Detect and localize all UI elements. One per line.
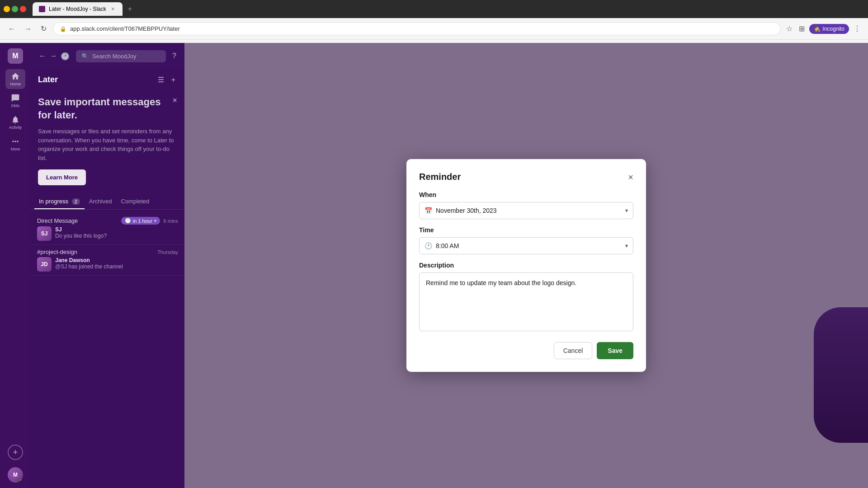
when-label: When	[419, 191, 633, 198]
browser-toolbar: ← → ↻ 🔒 ☆ ⊞ 🕵 Incognito ⋮	[0, 18, 868, 40]
list-item[interactable]: #project-design Thursday JD Jane Dawson …	[31, 245, 184, 276]
refresh-button[interactable]: ↻	[38, 23, 49, 35]
message-channel: Direct Message	[37, 217, 78, 224]
message-sender: SJ	[55, 226, 178, 233]
sidebar-item-more[interactable]: More	[5, 134, 25, 154]
url-input[interactable]	[70, 25, 774, 32]
message-tag: 🕐 in 1 hour ▾	[121, 217, 160, 225]
save-button[interactable]: Save	[597, 342, 633, 359]
message-time: 6 mins	[164, 218, 178, 224]
sidebar-back-button[interactable]: ←	[37, 50, 48, 62]
description-textarea[interactable]: Remind me to update my team about the lo…	[419, 272, 633, 331]
tab-completed[interactable]: Completed	[116, 194, 154, 209]
close-window-button[interactable]	[20, 6, 26, 12]
message-sender: Jane Dawson	[55, 257, 178, 263]
tag-close-icon: ▾	[154, 218, 156, 223]
empty-state-heading: Save important messages for later.	[38, 96, 177, 122]
list-item[interactable]: Direct Message 🕐 in 1 hour ▾ 6 mins SJ	[31, 213, 184, 245]
tab-title: Later - MoodJoy - Slack	[49, 6, 106, 12]
reminder-modal: Reminder × When 📅 November 30th, 2023 De…	[406, 159, 646, 372]
description-label: Description	[419, 262, 633, 269]
search-bar: ← → 🕐 🔍 Search MoodJoy ?	[31, 43, 184, 69]
panel-title: Later	[38, 75, 58, 84]
time-select-wrapper: 🕐 8:00 AM 9:00 AM 10:00 AM 12:00 PM ▾	[419, 237, 633, 254]
message-text: @SJ has joined the channel	[55, 263, 178, 270]
tab-close-button[interactable]: ×	[110, 6, 116, 12]
message-content: Jane Dawson @SJ has joined the channel	[55, 257, 178, 270]
message-header: Direct Message 🕐 in 1 hour ▾ 6 mins	[37, 217, 178, 225]
learn-more-button[interactable]: Learn More	[38, 169, 86, 185]
activity-label: Activity	[9, 125, 22, 130]
cancel-button[interactable]: Cancel	[554, 342, 593, 359]
lock-icon: 🔒	[60, 26, 66, 32]
date-select[interactable]: November 30th, 2023 December 1st, 2023 D…	[419, 202, 633, 219]
tab-archived[interactable]: Archived	[85, 194, 117, 209]
app-container: M Home DMs Activity More + M ← →	[0, 43, 868, 488]
main-content: Reminder × When 📅 November 30th, 2023 De…	[184, 43, 868, 488]
user-status-dot	[19, 479, 23, 482]
close-empty-state-button[interactable]: ×	[172, 96, 177, 105]
filter-button[interactable]: ☰	[156, 75, 166, 85]
more-icon	[11, 137, 20, 146]
message-header: #project-design Thursday	[37, 249, 178, 255]
address-bar[interactable]: 🔒	[53, 22, 781, 35]
message-text: Do you like this logo?	[55, 233, 178, 239]
later-header: Later ☰ +	[31, 69, 184, 89]
sidebar-forward-button[interactable]: →	[48, 50, 59, 62]
modal-close-button[interactable]: ×	[628, 173, 633, 182]
empty-state-description: Save messages or files and set reminders…	[38, 127, 177, 162]
new-tab-button[interactable]: +	[124, 5, 136, 13]
sidebar-item-activity[interactable]: Activity	[5, 113, 25, 132]
modal-header: Reminder ×	[419, 172, 633, 182]
window-controls	[4, 6, 26, 12]
modal-title: Reminder	[419, 172, 461, 182]
empty-state: × Save important messages for later. Sav…	[31, 89, 184, 192]
tab-in-progress[interactable]: In progress 2	[34, 194, 85, 209]
modal-footer: Cancel Save	[419, 342, 633, 359]
later-panel: ← → 🕐 🔍 Search MoodJoy ? Later ☰ + × Sav…	[31, 43, 184, 488]
more-label: More	[11, 147, 20, 151]
forward-button[interactable]: →	[22, 23, 34, 35]
time-select[interactable]: 8:00 AM 9:00 AM 10:00 AM 12:00 PM	[419, 237, 633, 254]
avatar: SJ	[37, 226, 52, 241]
active-tab[interactable]: Later - MoodJoy - Slack ×	[33, 2, 123, 16]
date-select-wrapper: 📅 November 30th, 2023 December 1st, 2023…	[419, 202, 633, 219]
browser-titlebar: Later - MoodJoy - Slack × +	[0, 0, 868, 18]
incognito-badge[interactable]: 🕵 Incognito	[809, 24, 849, 34]
back-button[interactable]: ←	[5, 23, 18, 35]
in-progress-badge: 2	[72, 198, 80, 205]
message-list: Direct Message 🕐 in 1 hour ▾ 6 mins SJ	[31, 210, 184, 488]
help-button[interactable]: ?	[170, 50, 178, 62]
tab-favicon	[39, 6, 45, 12]
user-avatar[interactable]: M	[8, 467, 23, 483]
time-label: Time	[419, 226, 633, 234]
sidebar-item-home[interactable]: Home	[5, 69, 25, 89]
search-icon: 🔍	[81, 53, 89, 60]
message-body: SJ SJ Do you like this logo?	[37, 226, 178, 241]
dms-icon	[11, 94, 20, 103]
clock-icon: 🕐	[125, 218, 131, 224]
bookmark-button[interactable]: ☆	[784, 23, 794, 35]
dms-label: DMs	[11, 103, 20, 108]
add-button[interactable]: +	[170, 75, 177, 85]
message-content: SJ Do you like this logo?	[55, 226, 178, 239]
search-placeholder: Search MoodJoy	[92, 53, 137, 60]
extensions-button[interactable]: ⊞	[797, 23, 807, 35]
add-workspace-button[interactable]: +	[8, 445, 23, 460]
workspace-avatar[interactable]: M	[8, 48, 23, 64]
activity-icon	[11, 115, 20, 124]
minimize-button[interactable]	[4, 6, 10, 12]
incognito-label: Incognito	[822, 26, 844, 32]
incognito-icon: 🕵	[814, 26, 821, 32]
modal-backdrop: Reminder × When 📅 November 30th, 2023 De…	[184, 43, 868, 488]
maximize-button[interactable]	[12, 6, 18, 12]
menu-button[interactable]: ⋮	[852, 23, 863, 35]
message-time: Thursday	[157, 249, 178, 255]
message-channel: #project-design	[37, 249, 77, 255]
sidebar-item-dms[interactable]: DMs	[5, 91, 25, 111]
home-label: Home	[10, 82, 21, 86]
toolbar-actions: ☆ ⊞ 🕵 Incognito ⋮	[784, 23, 863, 35]
history-button[interactable]: 🕐	[59, 50, 71, 62]
search-input-wrapper[interactable]: 🔍 Search MoodJoy	[76, 50, 166, 62]
avatar: JD	[37, 257, 52, 272]
